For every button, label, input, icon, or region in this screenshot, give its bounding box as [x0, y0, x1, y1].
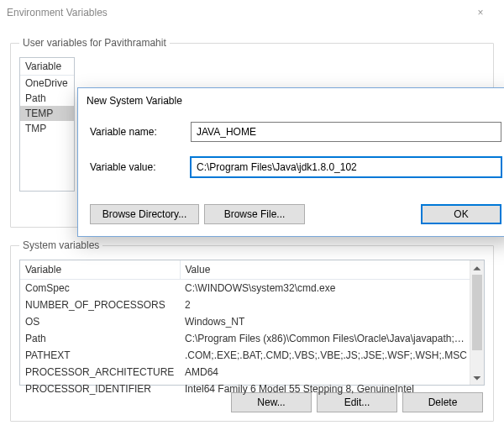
sys-header-value[interactable]: Value	[180, 260, 484, 280]
scroll-track[interactable]	[470, 275, 484, 370]
dialog-body: Variable name: Variable value:	[78, 110, 504, 204]
sys-var-name: NUMBER_OF_PROCESSORS	[20, 297, 180, 313]
sys-var-name: OS	[20, 313, 180, 330]
user-list-item[interactable]: OneDrive	[20, 76, 74, 91]
sys-var-value: 2	[180, 297, 484, 313]
sys-var-value: .COM;.EXE;.BAT;.CMD;.VBS;.VBE;.JS;.JSE;.…	[180, 347, 484, 364]
sys-var-name: ComSpec	[20, 280, 180, 297]
sys-var-value: Windows_NT	[180, 313, 484, 330]
sys-var-value: C:\Program Files (x86)\Common Files\Orac…	[180, 330, 484, 347]
user-list-item[interactable]: TMP	[20, 121, 74, 136]
variable-name-input[interactable]	[191, 122, 501, 142]
env-vars-window: Environment Variables × User variables f…	[0, 0, 504, 441]
system-scrollbar[interactable]: ⏶ ⏷	[470, 260, 484, 385]
sys-var-name: PROCESSOR_ARCHITECTURE	[20, 364, 180, 381]
titlebar: Environment Variables ×	[0, 0, 504, 25]
dialog-title: New System Variable	[78, 88, 504, 110]
table-row[interactable]: PATHEXT.COM;.EXE;.BAT;.CMD;.VBS;.VBE;.JS…	[20, 347, 484, 364]
user-variables-list[interactable]: Variable OneDrivePathTEMPTMP	[19, 57, 75, 192]
variable-value-input[interactable]	[191, 157, 501, 177]
window-content: User variables for Pavithramahit Variabl…	[0, 25, 504, 441]
browse-directory-button[interactable]: Browse Directory...	[90, 204, 199, 224]
window-title: Environment Variables	[7, 7, 464, 18]
scroll-thumb[interactable]	[472, 275, 482, 350]
table-row[interactable]: NUMBER_OF_PROCESSORS2	[20, 297, 484, 313]
dialog-buttons-row: Browse Directory... Browse File... OK	[78, 204, 504, 236]
sys-var-name: Path	[20, 330, 180, 347]
sys-var-name: PROCESSOR_IDENTIFIER	[20, 381, 180, 397]
variable-value-label: Variable value:	[90, 161, 191, 173]
sys-var-value: C:\WINDOWS\system32\cmd.exe	[180, 280, 484, 297]
table-row[interactable]: PROCESSOR_ARCHITECTUREAMD64	[20, 364, 484, 381]
sys-var-value: Intel64 Family 6 Model 55 Stepping 8, Ge…	[180, 381, 484, 397]
system-variables-group: System variables Variable Value ComSpecC…	[10, 239, 494, 422]
scroll-down-icon[interactable]: ⏷	[470, 370, 484, 385]
user-variables-legend: User variables for Pavithramahit	[19, 37, 170, 49]
user-list-item[interactable]: TEMP	[20, 106, 74, 121]
variable-value-row: Variable value:	[90, 157, 501, 177]
scroll-up-icon[interactable]: ⏶	[470, 260, 484, 275]
system-variables-table[interactable]: Variable Value ComSpecC:\WINDOWS\system3…	[20, 260, 484, 397]
spacer	[310, 204, 416, 224]
table-row[interactable]: ComSpecC:\WINDOWS\system32\cmd.exe	[20, 280, 484, 297]
user-list-item[interactable]: Path	[20, 91, 74, 106]
browse-file-button[interactable]: Browse File...	[204, 204, 305, 224]
table-row[interactable]: PathC:\Program Files (x86)\Common Files\…	[20, 330, 484, 347]
variable-name-row: Variable name:	[90, 122, 501, 142]
sys-var-value: AMD64	[180, 364, 484, 381]
new-system-variable-dialog: New System Variable Variable name: Varia…	[77, 87, 504, 237]
sys-var-name: PATHEXT	[20, 347, 180, 364]
variable-name-label: Variable name:	[90, 126, 191, 138]
sys-header-variable[interactable]: Variable	[20, 260, 180, 280]
system-variables-table-wrap: Variable Value ComSpecC:\WINDOWS\system3…	[19, 260, 485, 386]
ok-button[interactable]: OK	[421, 204, 501, 224]
close-icon[interactable]: ×	[464, 0, 497, 25]
user-list-header-variable[interactable]: Variable	[20, 58, 74, 76]
system-variables-legend: System variables	[19, 239, 102, 251]
table-row[interactable]: PROCESSOR_IDENTIFIERIntel64 Family 6 Mod…	[20, 381, 484, 397]
table-row[interactable]: OSWindows_NT	[20, 313, 484, 330]
